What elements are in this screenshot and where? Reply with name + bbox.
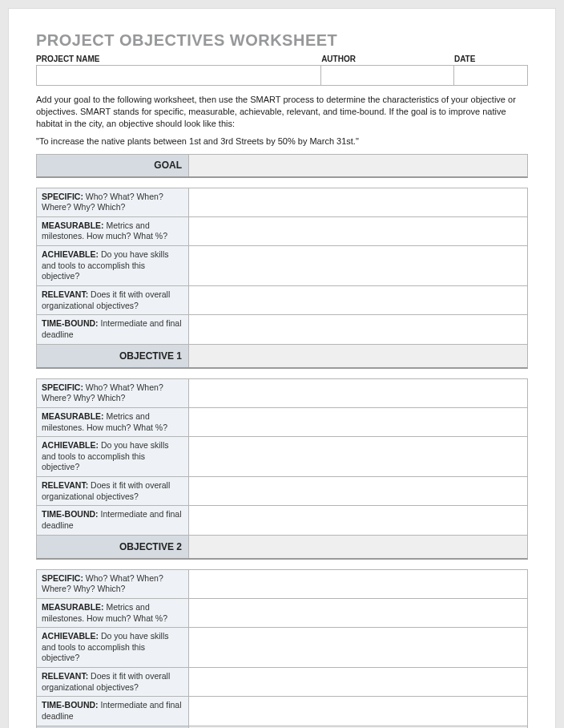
timebound-label: TIME-BOUND: Intermediate and final deadl…	[37, 315, 189, 343]
smart-block-3: SPECIFIC: Who? What? When? Where? Why? W…	[36, 569, 528, 728]
instructions-text: Add your goal to the following worksheet…	[36, 94, 528, 130]
goal-row: GOAL	[36, 154, 528, 178]
achievable-row: ACHIEVABLE: Do you have skills and tools…	[37, 628, 527, 668]
relevant-value-3[interactable]	[189, 668, 527, 696]
timebound-label: TIME-BOUND: Intermediate and final deadl…	[37, 697, 189, 725]
achievable-value-1[interactable]	[189, 246, 527, 285]
date-input[interactable]	[454, 65, 528, 86]
achievable-label: ACHIEVABLE: Do you have skills and tools…	[37, 628, 189, 667]
project-name-input[interactable]	[36, 65, 321, 86]
specific-label: SPECIFIC: Who? What? When? Where? Why? W…	[37, 379, 189, 407]
measurable-value-2[interactable]	[189, 408, 527, 436]
timebound-value-3[interactable]	[189, 697, 527, 725]
page-title: PROJECT OBJECTIVES WORKSHEET	[36, 31, 528, 50]
objective-1-row: OBJECTIVE 1	[37, 345, 527, 367]
author-cell: AUTHOR	[321, 53, 454, 86]
objective-2-value[interactable]	[189, 536, 527, 558]
project-name-cell: PROJECT NAME	[36, 53, 321, 86]
specific-row: SPECIFIC: Who? What? When? Where? Why? W…	[37, 570, 527, 599]
achievable-row: ACHIEVABLE: Do you have skills and tools…	[37, 437, 527, 477]
example-text: "To increase the native plants between 1…	[36, 136, 528, 146]
smart-block-1: SPECIFIC: Who? What? When? Where? Why? W…	[36, 188, 528, 369]
measurable-value-1[interactable]	[189, 217, 527, 245]
relevant-row: RELEVANT: Does it fit with overall organ…	[37, 668, 527, 697]
date-cell: DATE	[454, 53, 528, 86]
author-input[interactable]	[321, 65, 454, 86]
achievable-label: ACHIEVABLE: Do you have skills and tools…	[37, 246, 189, 285]
achievable-row: ACHIEVABLE: Do you have skills and tools…	[37, 246, 527, 286]
achievable-value-2[interactable]	[189, 437, 527, 476]
specific-label: SPECIFIC: Who? What? When? Where? Why? W…	[37, 188, 189, 216]
objective-2-row: OBJECTIVE 2	[37, 536, 527, 558]
relevant-value-1[interactable]	[189, 286, 527, 314]
author-label: AUTHOR	[321, 53, 454, 65]
project-name-label: PROJECT NAME	[36, 53, 321, 65]
specific-row: SPECIFIC: Who? What? When? Where? Why? W…	[37, 188, 527, 217]
header-row: PROJECT NAME AUTHOR DATE	[36, 53, 528, 86]
timebound-value-2[interactable]	[189, 506, 527, 534]
goal-value[interactable]	[189, 155, 527, 176]
timebound-value-1[interactable]	[189, 315, 527, 343]
measurable-row: MEASURABLE: Metrics and milestones. How …	[37, 217, 527, 246]
goal-label: GOAL	[37, 155, 189, 176]
relevant-label: RELEVANT: Does it fit with overall organ…	[37, 286, 189, 314]
timebound-row: TIME-BOUND: Intermediate and final deadl…	[37, 315, 527, 344]
measurable-label: MEASURABLE: Metrics and milestones. How …	[37, 408, 189, 436]
smart-block-2: SPECIFIC: Who? What? When? Where? Why? W…	[36, 378, 528, 560]
measurable-label: MEASURABLE: Metrics and milestones. How …	[37, 599, 189, 627]
specific-value-3[interactable]	[189, 570, 527, 598]
relevant-row: RELEVANT: Does it fit with overall organ…	[37, 477, 527, 506]
objective-1-value[interactable]	[189, 345, 527, 367]
specific-value-2[interactable]	[189, 379, 527, 407]
relevant-label: RELEVANT: Does it fit with overall organ…	[37, 477, 189, 505]
achievable-label: ACHIEVABLE: Do you have skills and tools…	[37, 437, 189, 476]
relevant-label: RELEVANT: Does it fit with overall organ…	[37, 668, 189, 696]
measurable-row: MEASURABLE: Metrics and milestones. How …	[37, 408, 527, 437]
worksheet-page: PROJECT OBJECTIVES WORKSHEET PROJECT NAM…	[8, 8, 556, 728]
specific-label: SPECIFIC: Who? What? When? Where? Why? W…	[37, 570, 189, 598]
specific-row: SPECIFIC: Who? What? When? Where? Why? W…	[37, 379, 527, 408]
measurable-label: MEASURABLE: Metrics and milestones. How …	[37, 217, 189, 245]
timebound-row: TIME-BOUND: Intermediate and final deadl…	[37, 506, 527, 535]
objective-1-label: OBJECTIVE 1	[37, 345, 189, 367]
achievable-value-3[interactable]	[189, 628, 527, 667]
timebound-row: TIME-BOUND: Intermediate and final deadl…	[37, 697, 527, 726]
measurable-row: MEASURABLE: Metrics and milestones. How …	[37, 599, 527, 628]
timebound-label: TIME-BOUND: Intermediate and final deadl…	[37, 506, 189, 534]
relevant-row: RELEVANT: Does it fit with overall organ…	[37, 286, 527, 315]
relevant-value-2[interactable]	[189, 477, 527, 505]
date-label: DATE	[454, 53, 528, 65]
measurable-value-3[interactable]	[189, 599, 527, 627]
objective-2-label: OBJECTIVE 2	[37, 536, 189, 558]
specific-value-1[interactable]	[189, 188, 527, 216]
